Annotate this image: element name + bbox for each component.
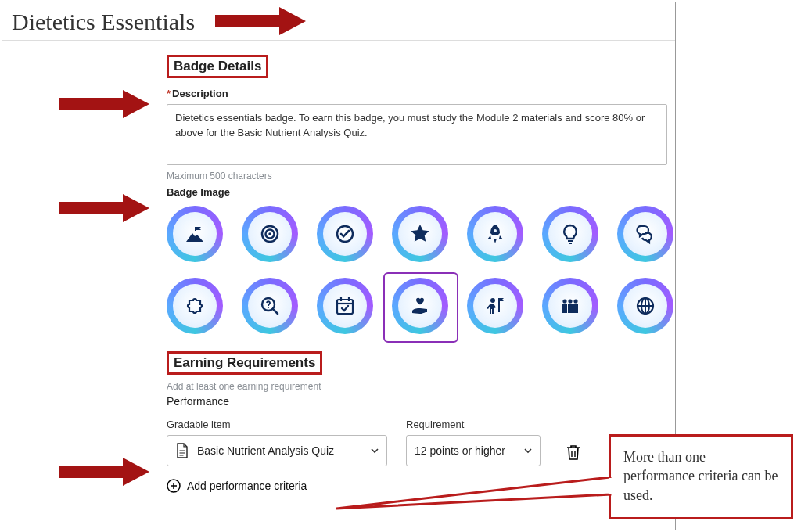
annotation-callout-text: More than one performance criteria can b… [623, 449, 778, 503]
badge-option-target[interactable] [242, 206, 298, 262]
svg-point-9 [562, 299, 566, 303]
svg-point-8 [490, 298, 495, 303]
add-performance-criteria-button[interactable]: Add performance criteria [167, 479, 636, 493]
badge-option-calendar-check[interactable] [317, 278, 373, 334]
badge-ring [392, 278, 448, 334]
plus-circle-icon [167, 479, 181, 493]
badge-image-grid [167, 206, 688, 334]
target-icon [248, 212, 292, 256]
badge-option-mountain-flag[interactable] [167, 206, 223, 262]
page-title: Dietetics Essentials [2, 2, 675, 40]
description-max-hint: Maximum 500 characters [167, 171, 636, 182]
svg-point-2 [268, 232, 271, 235]
requirement-label: Requirement [406, 419, 541, 430]
document-icon [175, 443, 189, 458]
heart-in-hand-icon [398, 284, 442, 328]
content-area: Badge Details *Description Maximum 500 c… [2, 55, 636, 493]
badge-option-magnifier-question[interactable] [242, 278, 298, 334]
person-flag-icon [473, 284, 517, 328]
people-group-icon [548, 284, 592, 328]
mountain-flag-icon [173, 212, 217, 256]
badge-image-label: Badge Image [167, 186, 636, 198]
description-textarea[interactable] [167, 104, 667, 165]
description-label: *Description [167, 88, 636, 99]
magnifier-question-icon [248, 284, 292, 328]
description-label-text: Description [172, 88, 228, 99]
delete-criteria-button[interactable] [559, 438, 587, 466]
badge-option-person-flag[interactable] [467, 278, 523, 334]
svg-point-6 [268, 307, 269, 308]
svg-point-11 [573, 299, 577, 303]
performance-label: Performance [167, 395, 636, 408]
puzzle-icon [173, 284, 217, 328]
requirement-dropdown[interactable]: 12 points or higher [406, 435, 541, 466]
annotation-callout: More than one performance criteria can b… [609, 434, 793, 519]
checkmark-circle-icon [323, 212, 367, 256]
gradable-label: Gradable item [167, 419, 387, 430]
gradable-column: Gradable item Basic Nutrient Analysis Qu… [167, 419, 387, 466]
chevron-down-icon [524, 447, 532, 455]
requirement-value: 12 points or higher [415, 444, 505, 457]
lightbulb-icon [548, 212, 592, 256]
badge-option-star[interactable] [392, 206, 448, 262]
required-marker: * [167, 88, 171, 99]
rocket-icon [473, 212, 517, 256]
badge-option-people-group[interactable] [542, 278, 598, 334]
badge-editor-panel: Dietetics Essentials Badge Details *Desc… [2, 2, 676, 530]
svg-point-10 [568, 299, 572, 303]
gradable-item-value: Basic Nutrient Analysis Quiz [197, 444, 334, 457]
star-icon [398, 212, 442, 256]
section-badge-details: Badge Details [167, 55, 268, 78]
divider [2, 40, 675, 41]
trash-icon [565, 443, 582, 462]
chat-bubbles-icon [623, 212, 667, 256]
globe-icon [623, 284, 667, 328]
requirement-column: Requirement 12 points or higher [406, 419, 541, 466]
chevron-down-icon [371, 447, 379, 455]
section-earning-requirements: Earning Requirements [167, 351, 322, 375]
badge-option-lightbulb[interactable] [542, 206, 598, 262]
badge-option-rocket[interactable] [467, 206, 523, 262]
performance-row: Gradable item Basic Nutrient Analysis Qu… [167, 419, 636, 466]
badge-option-chat-bubbles[interactable] [617, 206, 673, 262]
earning-requirements-section: Earning Requirements Add at least one ea… [167, 351, 636, 493]
svg-point-4 [494, 229, 497, 232]
badge-option-checkmark-circle[interactable] [317, 206, 373, 262]
badge-option-puzzle[interactable] [167, 278, 223, 334]
badge-option-heart-in-hand[interactable] [392, 278, 448, 334]
badge-option-globe[interactable] [617, 278, 673, 334]
earning-hint: Add at least one earning requirement [167, 381, 636, 392]
svg-rect-7 [337, 300, 353, 314]
add-performance-criteria-label: Add performance criteria [187, 480, 307, 492]
calendar-check-icon [323, 284, 367, 328]
gradable-item-dropdown[interactable]: Basic Nutrient Analysis Quiz [167, 435, 387, 466]
